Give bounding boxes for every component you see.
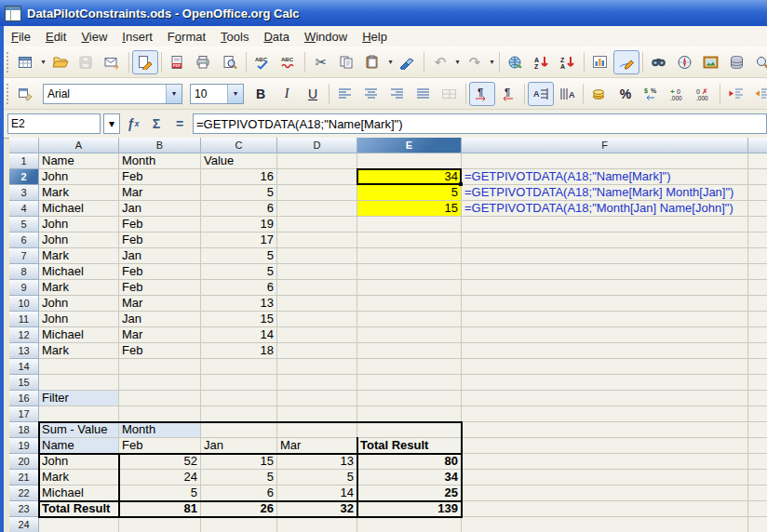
select-all-corner[interactable] bbox=[9, 138, 39, 153]
decrease-indent-button[interactable] bbox=[723, 82, 749, 106]
column-header-C[interactable]: C bbox=[201, 138, 277, 153]
align-justified-button[interactable] bbox=[410, 82, 437, 106]
row-header-14[interactable]: 14 bbox=[9, 359, 39, 375]
email-document-button[interactable] bbox=[100, 50, 126, 74]
formula-input[interactable] bbox=[193, 113, 767, 134]
cell-D4[interactable] bbox=[277, 201, 357, 217]
sort-ascending-button[interactable]: AZ bbox=[529, 50, 555, 74]
cell-F9[interactable] bbox=[462, 280, 748, 296]
row-header-17[interactable]: 17 bbox=[9, 406, 39, 422]
cell-C12[interactable]: 14 bbox=[201, 327, 277, 343]
cell-C15[interactable] bbox=[201, 375, 277, 391]
copy-button[interactable] bbox=[334, 50, 360, 74]
cell-C1[interactable]: Value bbox=[201, 153, 277, 169]
menu-format[interactable]: Format bbox=[160, 28, 213, 46]
menu-file[interactable]: File bbox=[4, 28, 38, 46]
cell-F15[interactable] bbox=[462, 375, 748, 391]
cell-B24[interactable] bbox=[119, 517, 201, 532]
cell-D6[interactable] bbox=[277, 233, 357, 248]
cell-clipped-4[interactable] bbox=[748, 201, 767, 217]
cell-E24[interactable] bbox=[357, 517, 462, 532]
page-preview-button[interactable] bbox=[217, 50, 243, 74]
cell-clipped-15[interactable] bbox=[748, 375, 767, 391]
cell-B5[interactable]: Feb bbox=[119, 217, 201, 233]
cell-clipped-17[interactable] bbox=[748, 406, 767, 422]
cell-D2[interactable] bbox=[277, 169, 357, 185]
cell-E8[interactable] bbox=[357, 264, 462, 280]
cell-A14[interactable] bbox=[39, 359, 119, 375]
cell-B15[interactable] bbox=[119, 375, 201, 391]
font-size-combo[interactable]: 10▾ bbox=[190, 84, 244, 104]
redo-dropdown-icon[interactable]: ▾ bbox=[488, 58, 496, 66]
menu-insert[interactable]: Insert bbox=[114, 28, 160, 46]
undo-dropdown-icon[interactable]: ▾ bbox=[453, 58, 462, 66]
export-pdf-button[interactable]: PDF bbox=[165, 50, 191, 74]
cell-clipped-23[interactable] bbox=[748, 501, 767, 517]
hyperlink-button[interactable] bbox=[503, 50, 529, 74]
cell-F20[interactable] bbox=[462, 454, 748, 470]
cell-clipped-7[interactable] bbox=[748, 248, 767, 264]
cell-D9[interactable] bbox=[277, 280, 357, 296]
cell-F12[interactable] bbox=[462, 327, 748, 343]
text-rtl-button[interactable]: ¶ bbox=[495, 82, 521, 106]
delete-decimal-button[interactable]: 0✗.000 bbox=[691, 82, 717, 106]
edit-file-button[interactable] bbox=[132, 50, 158, 74]
find-replace-button[interactable] bbox=[646, 50, 672, 74]
menu-view[interactable]: View bbox=[74, 28, 114, 46]
cell-B3[interactable]: Mar bbox=[119, 185, 201, 201]
cell-clipped-20[interactable] bbox=[748, 454, 767, 470]
cell-B12[interactable]: Mar bbox=[119, 327, 201, 343]
cell-A15[interactable] bbox=[39, 375, 119, 391]
insert-chart-button[interactable] bbox=[587, 50, 613, 74]
cell-E13[interactable] bbox=[357, 343, 462, 359]
cell-B9[interactable]: Feb bbox=[119, 280, 201, 296]
cell-B1[interactable]: Month bbox=[119, 153, 201, 169]
cell-C4[interactable]: 6 bbox=[201, 201, 277, 217]
cell-B11[interactable]: Jan bbox=[119, 312, 201, 327]
combo-dropdown-icon[interactable]: ▾ bbox=[227, 85, 243, 103]
cell-F23[interactable] bbox=[462, 501, 748, 517]
toolbar-grip[interactable] bbox=[7, 84, 8, 104]
number-percent-button[interactable]: % bbox=[612, 82, 639, 106]
bold-button[interactable]: B bbox=[248, 82, 274, 106]
menu-help[interactable]: Help bbox=[355, 28, 395, 46]
italic-button[interactable]: I bbox=[274, 82, 300, 106]
menu-data[interactable]: Data bbox=[256, 28, 296, 46]
cell-F14[interactable] bbox=[462, 359, 748, 375]
cell-E17[interactable] bbox=[357, 406, 462, 422]
row-header-10[interactable]: 10 bbox=[9, 296, 39, 312]
cell-D17[interactable] bbox=[277, 406, 357, 422]
name-box[interactable] bbox=[7, 113, 101, 134]
cell-clipped-14[interactable] bbox=[748, 359, 767, 375]
cell-F5[interactable] bbox=[462, 217, 748, 233]
cell-E16[interactable] bbox=[357, 391, 462, 406]
cell-D5[interactable] bbox=[277, 217, 357, 233]
column-header-E[interactable]: E bbox=[357, 138, 462, 153]
cell-A9[interactable]: Mark bbox=[39, 280, 119, 296]
cell-B6[interactable]: Feb bbox=[119, 233, 201, 248]
row-header-7[interactable]: 7 bbox=[9, 248, 39, 264]
undo-button[interactable]: ↶ bbox=[427, 50, 453, 74]
cell-A4[interactable]: Michael bbox=[39, 201, 119, 217]
new-spreadsheet-button[interactable] bbox=[13, 50, 39, 74]
function-wizard-icon[interactable]: ƒx bbox=[123, 113, 143, 134]
cell-B10[interactable]: Mar bbox=[119, 296, 201, 312]
cell-A13[interactable]: Mark bbox=[39, 343, 119, 359]
cut-button[interactable]: ✂ bbox=[308, 50, 334, 74]
cell-clipped-8[interactable] bbox=[748, 264, 767, 280]
row-header-2[interactable]: 2 bbox=[9, 169, 39, 185]
cell-F11[interactable] bbox=[462, 312, 748, 327]
cell-clipped-11[interactable] bbox=[748, 312, 767, 327]
auto-spellcheck-button[interactable]: ABC bbox=[276, 50, 302, 74]
format-paintbrush-button[interactable] bbox=[395, 50, 421, 74]
text-vertical-button[interactable]: A bbox=[554, 82, 580, 106]
cell-D16[interactable] bbox=[277, 391, 357, 406]
cell-F4[interactable]: =GETPIVOTDATA(A18;"Month[Jan] Name[John]… bbox=[462, 201, 748, 217]
cell-E5[interactable] bbox=[357, 217, 462, 233]
cell-C3[interactable]: 5 bbox=[201, 185, 277, 201]
open-document-button[interactable] bbox=[47, 50, 74, 74]
combo-dropdown-icon[interactable]: ▾ bbox=[166, 85, 182, 103]
cell-C5[interactable]: 19 bbox=[201, 217, 277, 233]
cell-E14[interactable] bbox=[357, 359, 462, 375]
cell-D8[interactable] bbox=[277, 264, 357, 280]
